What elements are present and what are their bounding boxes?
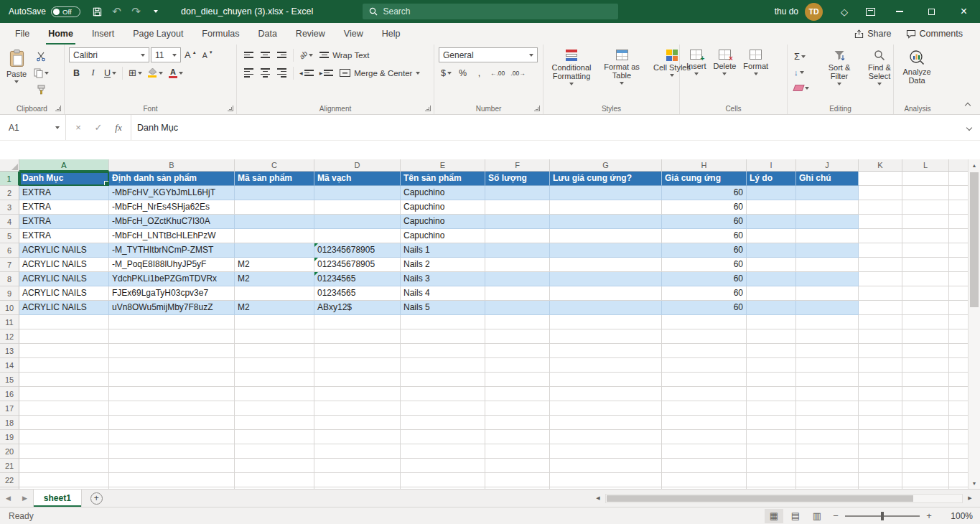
cell-J16[interactable] <box>796 387 859 401</box>
cell-K14[interactable] <box>859 358 902 373</box>
cell-K13[interactable] <box>859 344 902 358</box>
find-select-button[interactable]: Find & Select <box>861 47 898 101</box>
ribbon-tab-data[interactable]: Data <box>248 23 286 45</box>
cell-I15[interactable] <box>747 373 796 387</box>
vertical-scrollbar[interactable]: ▲ ▼ <box>968 159 980 489</box>
cell-B5[interactable]: -MbFcH_LNTtBcHLEhPzW <box>109 229 235 243</box>
horizontal-scroll-track[interactable] <box>605 494 963 503</box>
cell-I16[interactable] <box>747 387 796 401</box>
cell-L6[interactable] <box>902 243 949 258</box>
cell-G18[interactable] <box>550 416 662 430</box>
cell-D12[interactable] <box>314 329 401 344</box>
cell-B22[interactable] <box>109 473 235 487</box>
cell-G1[interactable]: Lưu giá cung ứng? <box>550 172 662 186</box>
share-button[interactable]: Share <box>854 29 891 39</box>
restore-button[interactable] <box>915 0 948 23</box>
close-button[interactable]: × <box>948 0 980 23</box>
cell-D2[interactable] <box>314 186 401 200</box>
cell-B17[interactable] <box>109 401 235 416</box>
cell-J10[interactable] <box>796 301 859 315</box>
cell-A8[interactable]: ACRYLIC NAILS <box>19 272 109 286</box>
cell-I7[interactable] <box>747 258 796 272</box>
cell-B19[interactable] <box>109 430 235 444</box>
cell-L1[interactable] <box>902 172 949 186</box>
cell-A2[interactable]: EXTRA <box>19 186 109 200</box>
cell-G7[interactable] <box>550 258 662 272</box>
cancel-button[interactable]: × <box>69 115 88 140</box>
cell-H23[interactable] <box>662 487 747 489</box>
cell-D21[interactable] <box>314 459 401 473</box>
cell-C7[interactable]: M2 <box>235 258 314 272</box>
insert-function-button[interactable]: fx <box>109 115 128 140</box>
cell-G19[interactable] <box>550 430 662 444</box>
cell-A13[interactable] <box>19 344 109 358</box>
horizontal-scrollbar[interactable]: ◀ ▶ <box>592 490 980 507</box>
sheet-tab-sheet1[interactable]: sheet1 <box>33 490 82 507</box>
cell-H9[interactable]: 60 <box>662 286 747 301</box>
cell-I22[interactable] <box>747 473 796 487</box>
cell-C6[interactable] <box>235 243 314 258</box>
cell-F20[interactable] <box>485 444 550 459</box>
cell-A14[interactable] <box>19 358 109 373</box>
cell-K16[interactable] <box>859 387 902 401</box>
cell-E7[interactable]: Nails 2 <box>401 258 485 272</box>
merge-center-button[interactable]: Merge & Center <box>337 65 423 80</box>
cell-E19[interactable] <box>401 430 485 444</box>
cell-I21[interactable] <box>747 459 796 473</box>
cell-A5[interactable]: EXTRA <box>19 229 109 243</box>
cell-J7[interactable] <box>796 258 859 272</box>
cell-E18[interactable] <box>401 416 485 430</box>
cell-I12[interactable] <box>747 329 796 344</box>
cell-B11[interactable] <box>109 315 235 329</box>
cell-L9[interactable] <box>902 286 949 301</box>
borders-button[interactable]: ⊞ <box>126 65 144 80</box>
cell-K4[interactable] <box>859 215 902 229</box>
number-dialog-launcher-icon[interactable] <box>534 106 540 111</box>
cell-D13[interactable] <box>314 344 401 358</box>
cell-C22[interactable] <box>235 473 314 487</box>
ribbon-tab-help[interactable]: Help <box>373 23 410 45</box>
cell-B21[interactable] <box>109 459 235 473</box>
cell-K20[interactable] <box>859 444 902 459</box>
cell-G14[interactable] <box>550 358 662 373</box>
cell-F3[interactable] <box>485 200 550 215</box>
cell-B18[interactable] <box>109 416 235 430</box>
cell-A21[interactable] <box>19 459 109 473</box>
column-header-L[interactable]: L <box>902 159 949 172</box>
cell-H12[interactable] <box>662 329 747 344</box>
scroll-right-icon[interactable]: ▶ <box>964 492 976 504</box>
cell-H20[interactable] <box>662 444 747 459</box>
cell-G5[interactable] <box>550 229 662 243</box>
sort-filter-button[interactable]: Sort & Filter <box>821 47 858 101</box>
row-header-8[interactable]: 8 <box>0 272 19 286</box>
cell-G12[interactable] <box>550 329 662 344</box>
cell-J15[interactable] <box>796 373 859 387</box>
cell-H11[interactable] <box>662 315 747 329</box>
row-header-19[interactable]: 19 <box>0 430 19 444</box>
collapse-ribbon-button[interactable] <box>961 100 974 111</box>
cell-J18[interactable] <box>796 416 859 430</box>
cell-F6[interactable] <box>485 243 550 258</box>
align-left-button[interactable] <box>241 65 256 80</box>
ribbon-tab-review[interactable]: Review <box>286 23 335 45</box>
cell-G22[interactable] <box>550 473 662 487</box>
search-input[interactable] <box>383 6 612 17</box>
cell-H22[interactable] <box>662 473 747 487</box>
decrease-font-size-button[interactable]: A▼ <box>200 47 215 62</box>
column-header-H[interactable]: H <box>662 159 747 172</box>
percent-style-button[interactable]: % <box>455 65 470 80</box>
cell-A10[interactable]: ACRYLIC NAILS <box>19 301 109 315</box>
underline-button[interactable]: U <box>102 65 118 80</box>
cell-K7[interactable] <box>859 258 902 272</box>
cut-button[interactable] <box>32 49 50 64</box>
analyze-data-button[interactable]: Analyze Data <box>898 47 935 101</box>
cell-C15[interactable] <box>235 373 314 387</box>
cell-B23[interactable] <box>109 487 235 489</box>
cell-G13[interactable] <box>550 344 662 358</box>
row-header-7[interactable]: 7 <box>0 258 19 272</box>
cell-H7[interactable]: 60 <box>662 258 747 272</box>
cell-L20[interactable] <box>902 444 949 459</box>
fill-color-button[interactable] <box>146 65 165 80</box>
cell-E9[interactable]: Nails 4 <box>401 286 485 301</box>
cell-G11[interactable] <box>550 315 662 329</box>
